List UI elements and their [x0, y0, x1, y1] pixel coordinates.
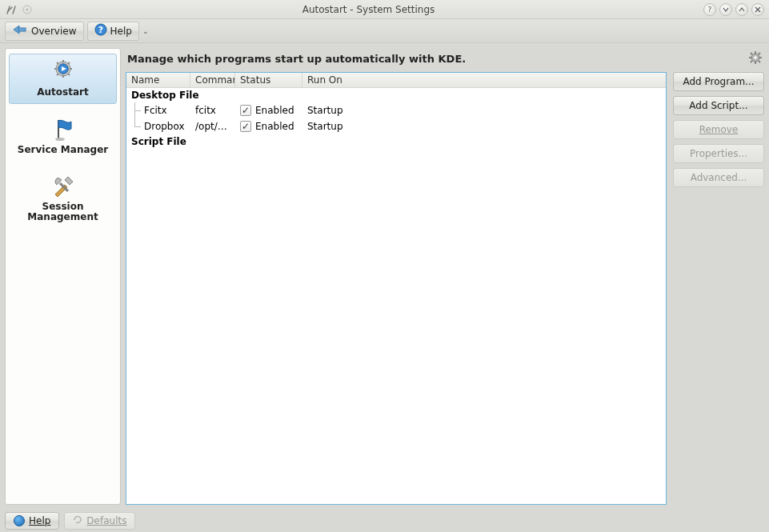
page-heading: Manage which programs start up automatic… [127, 53, 748, 65]
footer-help-label: Help [29, 515, 50, 526]
autostart-tree[interactable]: Name Command Status Run On Desktop File … [126, 72, 667, 505]
tree-branch-icon [126, 102, 144, 118]
flag-icon [50, 117, 76, 142]
remove-label: Remove [699, 124, 739, 135]
reload-icon [73, 515, 82, 527]
sidebar-item-service-manager[interactable]: Service Manager [9, 112, 117, 161]
help-menu-button[interactable]: ? Help [87, 22, 139, 41]
app-icon [5, 3, 18, 16]
enabled-checkbox[interactable]: ✓ [240, 105, 251, 116]
entry-status: Enabled [255, 105, 294, 116]
svg-line-11 [68, 74, 70, 75]
help-dropdown-arrow-icon[interactable]: ⌄ [142, 27, 149, 35]
play-gear-icon [50, 59, 76, 85]
svg-point-1 [26, 8, 29, 10]
svg-line-26 [759, 53, 760, 54]
context-help-button[interactable]: ? [703, 3, 716, 16]
sidebar-item-label: Service Manager [18, 145, 108, 156]
help-icon: ? [94, 23, 107, 38]
svg-line-27 [751, 61, 752, 62]
enabled-checkbox[interactable]: ✓ [240, 121, 251, 132]
column-name[interactable]: Name [126, 73, 190, 87]
entry-command: fcitx [190, 105, 235, 116]
window-title: Autostart - System Settings [34, 4, 703, 15]
add-script-button[interactable]: Add Script... [673, 96, 764, 115]
entry-run-on: Startup [302, 105, 666, 116]
help-label: Help [110, 26, 132, 37]
toolbar: Overview ? Help ⌄ [0, 19, 769, 43]
titlebar: Autostart - System Settings ? [0, 0, 769, 19]
tools-icon [50, 174, 76, 199]
svg-line-25 [759, 61, 760, 62]
entry-run-on: Startup [302, 121, 666, 132]
autostart-entry[interactable]: Fcitx fcitx ✓ Enabled Startup [126, 102, 666, 118]
action-buttons: Add Program... Add Script... Remove Prop… [673, 72, 764, 505]
footer-help-button[interactable]: Help [5, 512, 59, 530]
add-program-button[interactable]: Add Program... [673, 72, 764, 91]
column-status[interactable]: Status [235, 73, 302, 87]
sidebar: Autostart Service Manager [5, 48, 121, 505]
advanced-button: Advanced... [673, 168, 764, 187]
content-area: Manage which programs start up automatic… [126, 48, 764, 505]
close-button[interactable] [751, 3, 764, 16]
footer-defaults-button: Defaults [64, 512, 135, 530]
footer-defaults-label: Defaults [86, 515, 126, 526]
tree-branch-icon [126, 118, 144, 134]
entry-command: /opt/… [190, 121, 235, 132]
svg-line-24 [751, 53, 752, 54]
svg-rect-2 [18, 28, 26, 31]
minimize-button[interactable] [719, 3, 732, 16]
column-headers: Name Command Status Run On [126, 73, 666, 88]
secondary-app-icon [21, 3, 34, 16]
remove-button: Remove [673, 120, 764, 139]
footer: Help Defaults [0, 510, 769, 532]
overview-button[interactable]: Overview [5, 22, 84, 41]
sidebar-item-session-management[interactable]: Session Management [9, 169, 117, 229]
settings-gear-button[interactable] [748, 51, 763, 66]
svg-point-19 [754, 56, 757, 59]
svg-line-12 [68, 62, 70, 64]
entry-name: Dropbox [144, 121, 185, 132]
column-run-on[interactable]: Run On [302, 73, 666, 87]
properties-button: Properties... [673, 144, 764, 163]
svg-text:?: ? [98, 25, 102, 35]
entry-name: Fcitx [144, 105, 167, 116]
svg-line-13 [57, 74, 58, 75]
column-command[interactable]: Command [190, 73, 235, 87]
sidebar-item-label: Session Management [10, 202, 115, 224]
entry-status: Enabled [255, 121, 294, 132]
sidebar-item-autostart[interactable]: Autostart [9, 54, 117, 104]
maximize-button[interactable] [735, 3, 748, 16]
gear-icon [749, 51, 762, 66]
svg-point-16 [55, 138, 65, 141]
back-arrow-icon [12, 24, 28, 38]
group-script-file[interactable]: Script File [126, 134, 666, 149]
help-icon [14, 515, 25, 526]
sidebar-item-label: Autostart [37, 87, 88, 98]
autostart-entry[interactable]: Dropbox /opt/… ✓ Enabled Startup [126, 118, 666, 134]
overview-label: Overview [31, 26, 77, 37]
svg-line-10 [57, 62, 58, 64]
group-desktop-file[interactable]: Desktop File [126, 88, 666, 102]
